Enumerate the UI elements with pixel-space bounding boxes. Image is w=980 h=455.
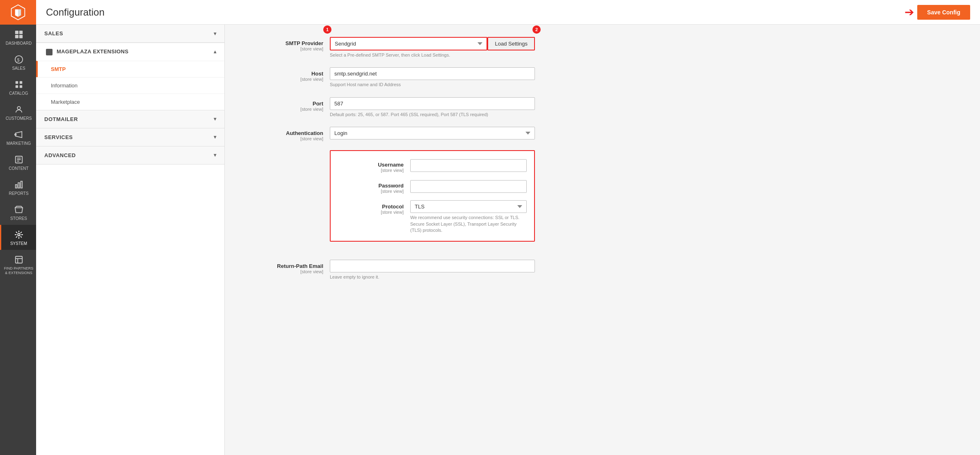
sidebar-label-dashboard: DASHBOARD — [6, 41, 32, 46]
smtp-provider-hint: Select a Pre-defined SMTP Server, then c… — [330, 52, 535, 58]
svg-rect-5 — [19, 35, 22, 38]
credentials-box-wrap: Username [store view] Password [sto — [330, 150, 535, 251]
sidebar-item-customers[interactable]: CUSTOMERS — [0, 100, 36, 125]
sidebar-label-content: CONTENT — [9, 166, 28, 171]
smtp-provider-control: 1 2 Sendgrid Gmail Yahoo Other — [330, 37, 535, 58]
nav-section-sales-chevron: ▾ — [214, 31, 217, 37]
sidebar-item-system[interactable]: SYSTEM — [0, 225, 36, 250]
page-header: Configuration ➔ Save Config — [36, 0, 980, 25]
sidebar-item-reports[interactable]: REPORTS — [0, 175, 36, 200]
authentication-select[interactable]: Login Plain CRAMMD5 None — [330, 127, 535, 139]
badge-2: 2 — [532, 25, 541, 34]
content-area: SALES ▾ MAGEPLAZA EXTENSIONS ▴ SMTP — [36, 25, 980, 455]
sidebar-item-marketing[interactable]: MARKETING — [0, 125, 36, 150]
nav-section-mageplaza: MAGEPLAZA EXTENSIONS ▴ SMTP Information … — [36, 43, 224, 110]
sidebar-item-content[interactable]: CONTENT — [0, 150, 36, 175]
svg-rect-18 — [15, 185, 17, 188]
port-input[interactable] — [330, 97, 535, 110]
load-settings-button[interactable]: Load Settings — [487, 37, 535, 50]
svg-rect-11 — [19, 85, 22, 88]
sidebar-label-customers: CUSTOMERS — [6, 116, 32, 121]
stores-icon — [14, 205, 24, 215]
nav-section-dotmailer-header[interactable]: DOTMAILER ▾ — [36, 110, 224, 128]
protocol-select[interactable]: TLS SSL None — [410, 200, 527, 213]
main-area: Configuration ➔ Save Config SALES ▾ M — [36, 0, 980, 455]
svg-rect-8 — [15, 81, 18, 84]
nav-section-services-header[interactable]: SERVICES ▾ — [36, 128, 224, 146]
nav-item-smtp[interactable]: SMTP — [36, 61, 224, 77]
svg-rect-9 — [19, 81, 22, 84]
form-row-authentication: Authentication [store view] Login Plain … — [241, 127, 964, 141]
nav-section-dotmailer: DOTMAILER ▾ — [36, 110, 224, 128]
nav-section-dotmailer-chevron: ▾ — [214, 116, 217, 122]
svg-point-21 — [18, 233, 20, 236]
nav-section-dotmailer-label: DOTMAILER — [44, 116, 78, 122]
sidebar-item-sales[interactable]: $ SALES — [0, 50, 36, 75]
smtp-provider-select[interactable]: Sendgrid Gmail Yahoo Other — [330, 37, 487, 50]
sidebar-label-find-partners: FIND PARTNERS & EXTENSIONS — [3, 266, 34, 275]
content-icon — [14, 155, 24, 165]
port-label: Port [store view] — [241, 97, 323, 112]
right-panel: SMTP Provider [store view] 1 2 Sendgrid — [225, 25, 980, 455]
password-label: Password [store view] — [338, 179, 404, 194]
authentication-label: Authentication [store view] — [241, 127, 323, 141]
nav-item-information[interactable]: Information — [36, 77, 224, 94]
password-input[interactable] — [410, 180, 527, 193]
username-input[interactable] — [410, 159, 527, 172]
sidebar-item-dashboard[interactable]: DASHBOARD — [0, 25, 36, 50]
nav-section-sales-label: SALES — [44, 30, 63, 37]
form-row-smtp-provider: SMTP Provider [store view] 1 2 Sendgrid — [241, 37, 964, 58]
username-label: Username [store view] — [338, 158, 404, 173]
protocol-hint: We recommend use security connections: S… — [410, 215, 527, 233]
nav-section-sales-header[interactable]: SALES ▾ — [36, 25, 224, 42]
nav-subsection-mageplaza: SMTP Information Marketplace — [36, 61, 224, 110]
form-row-credentials: Username [store view] Password [sto — [241, 150, 964, 251]
system-icon — [14, 230, 24, 240]
username-control — [410, 159, 527, 172]
sidebar-label-marketing: MARKETING — [7, 141, 31, 146]
port-hint: Default ports: 25, 465, or 587. Port 465… — [330, 112, 535, 118]
svg-rect-10 — [15, 85, 18, 88]
left-panel: SALES ▾ MAGEPLAZA EXTENSIONS ▴ SMTP — [36, 25, 225, 455]
password-control — [410, 180, 527, 193]
credential-box: Username [store view] Password [sto — [330, 150, 535, 242]
nav-section-advanced-chevron: ▾ — [214, 152, 217, 158]
nav-section-advanced: ADVANCED ▾ — [36, 146, 224, 165]
protocol-control: TLS SSL None We recommend use security c… — [410, 200, 527, 233]
nav-section-services-label: SERVICES — [44, 134, 73, 140]
mageplaza-ext-icon — [46, 49, 53, 55]
svg-rect-22 — [15, 256, 22, 263]
host-input[interactable] — [330, 67, 535, 80]
nav-section-advanced-header[interactable]: ADVANCED ▾ — [36, 146, 224, 164]
sidebar-label-system: SYSTEM — [10, 241, 27, 246]
sidebar-item-stores[interactable]: STORES — [0, 200, 36, 225]
find-partners-icon — [14, 255, 24, 265]
svg-rect-2 — [15, 31, 18, 34]
svg-rect-4 — [15, 35, 18, 38]
return-path-control: Leave empty to ignore it. — [330, 260, 535, 280]
nav-section-services-chevron: ▾ — [214, 134, 217, 140]
sidebar-label-reports: REPORTS — [9, 191, 28, 196]
sidebar-label-sales: SALES — [12, 66, 25, 71]
host-control: Support Host name and ID Address — [330, 67, 535, 88]
return-path-hint: Leave empty to ignore it. — [330, 274, 535, 280]
save-config-button[interactable]: Save Config — [917, 5, 970, 20]
sidebar-item-find-partners[interactable]: FIND PARTNERS & EXTENSIONS — [0, 250, 36, 279]
return-path-label: Return-Path Email [store view] — [241, 260, 323, 274]
smtp-provider-select-wrap: Sendgrid Gmail Yahoo Other — [330, 37, 487, 50]
nav-section-services: SERVICES ▾ — [36, 128, 224, 146]
sidebar-item-catalog[interactable]: CATALOG — [0, 75, 36, 100]
svg-rect-19 — [18, 183, 20, 188]
form-row-password: Password [store view] — [338, 179, 527, 194]
form-row-protocol: Protocol [store view] TLS SSL None We re… — [338, 200, 527, 233]
catalog-icon — [14, 80, 24, 89]
authentication-control: Login Plain CRAMMD5 None — [330, 127, 535, 139]
nav-section-mageplaza-header[interactable]: MAGEPLAZA EXTENSIONS ▴ — [36, 43, 224, 61]
form-row-port: Port [store view] Default ports: 25, 465… — [241, 97, 964, 118]
customers-icon — [14, 105, 24, 114]
sidebar: DASHBOARD $ SALES CATALOG CUSTOMERS MARK… — [0, 0, 36, 455]
svg-rect-20 — [21, 181, 22, 188]
marketing-icon — [14, 130, 24, 139]
return-path-input[interactable] — [330, 260, 535, 272]
nav-item-marketplace[interactable]: Marketplace — [36, 94, 224, 110]
